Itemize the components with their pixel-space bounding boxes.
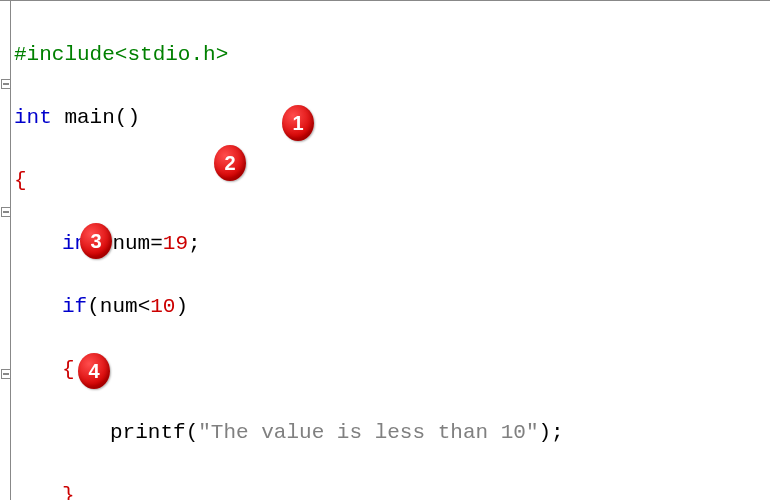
op-lt: < <box>138 295 151 318</box>
ident-main: main <box>52 106 115 129</box>
code-line: { <box>14 354 770 386</box>
fold-marker[interactable] <box>1 79 11 89</box>
keyword-if: if <box>62 295 87 318</box>
code-line: int main() <box>14 102 770 134</box>
annotation-badge-1: 1 <box>282 105 314 141</box>
code-line: #include<stdio.h> <box>14 39 770 71</box>
keyword-int: int <box>14 106 52 129</box>
paren: ( <box>186 421 199 444</box>
annotation-badge-4: 4 <box>78 353 110 389</box>
brace-close: } <box>62 484 75 501</box>
code-editor: 1 2 3 4 #include<stdio.h> int main() { i… <box>0 0 770 500</box>
paren: ( <box>87 295 100 318</box>
code-block: #include<stdio.h> int main() { int num=1… <box>14 7 770 500</box>
fold-marker[interactable] <box>1 207 11 217</box>
fold-marker[interactable] <box>1 369 11 379</box>
paren: ) <box>539 421 552 444</box>
code-line: if(num<10) <box>14 291 770 323</box>
code-line: int num=19; <box>14 228 770 260</box>
ident-num: num <box>100 295 138 318</box>
number-literal: 10 <box>150 295 175 318</box>
annotation-badge-2: 2 <box>214 145 246 181</box>
annotation-badge-3: 3 <box>80 223 112 259</box>
ident-printf: printf <box>110 421 186 444</box>
number-literal: 19 <box>163 232 188 255</box>
paren: ) <box>175 295 188 318</box>
semicolon: ; <box>551 421 564 444</box>
code-line: printf("The value is less than 10"); <box>14 417 770 449</box>
preproc-include: #include <box>14 43 115 66</box>
gutter <box>0 1 11 500</box>
op-eq: = <box>150 232 163 255</box>
code-line: { <box>14 165 770 197</box>
brace-open: { <box>62 358 75 381</box>
preproc-header: <stdio.h> <box>115 43 228 66</box>
brace-open: { <box>14 169 27 192</box>
parens: () <box>115 106 140 129</box>
code-line: } <box>14 480 770 501</box>
string-literal: "The value is less than 10" <box>198 421 538 444</box>
semicolon: ; <box>188 232 201 255</box>
